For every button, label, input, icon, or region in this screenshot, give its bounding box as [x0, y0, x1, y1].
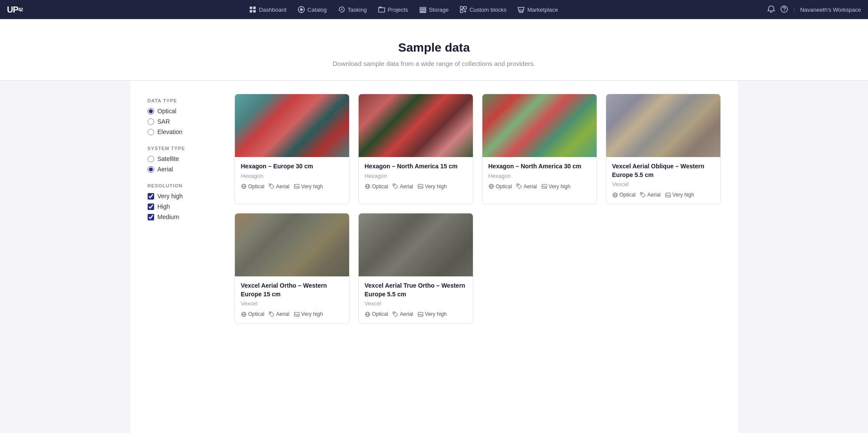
workspace-label: Navaneeth's Workspace: [800, 7, 861, 13]
help-icon[interactable]: [780, 5, 788, 14]
nav-tasking-label: Tasking: [348, 7, 367, 13]
filter-group-data-type: DATA TYPE Optical SAR Elevation: [148, 98, 217, 135]
card-6[interactable]: Vexcel Aerial True Ortho – Western Europ…: [358, 213, 473, 324]
filter-option-sar[interactable]: SAR: [148, 118, 217, 125]
card-4[interactable]: Vexcel Aerial Oblique – Western Europe 5…: [606, 94, 721, 204]
tag-icon: [640, 192, 646, 198]
svg-point-43: [394, 313, 395, 314]
card-tag-system-type: Aerial: [516, 184, 537, 190]
nav-catalog[interactable]: Catalog: [294, 3, 331, 16]
card-provider-4: Vexcel: [612, 181, 714, 187]
page-header: Sample data Download sample data from a …: [0, 19, 868, 80]
card-tag-data-type: Optical: [241, 184, 264, 190]
logo[interactable]: UP42: [7, 5, 23, 15]
card-title-6: Vexcel Aerial True Ortho – Western Europ…: [365, 282, 467, 299]
nav-divider: |: [793, 7, 795, 13]
card-tag-data-type: Optical: [365, 311, 388, 317]
svg-rect-6: [420, 7, 426, 9]
card-2[interactable]: Hexagon – North America 15 cm Hexagon Op…: [358, 94, 473, 204]
tag-icon: [516, 184, 522, 189]
filter-option-elevation[interactable]: Elevation: [148, 128, 217, 135]
nav-dashboard-label: Dashboard: [259, 7, 287, 13]
card-tag-data-type: Optical: [365, 184, 388, 190]
nav-custom-blocks[interactable]: Custom blocks: [455, 3, 511, 16]
card-title-5: Vexcel Aerial Ortho – Western Europe 15 …: [241, 282, 343, 299]
catalog-icon: [298, 6, 305, 13]
filter-very-high-text: Very high: [158, 193, 183, 200]
filter-radio-sar[interactable]: [148, 118, 154, 125]
logo-42-text: 42: [18, 7, 23, 12]
card-5[interactable]: Vexcel Aerial Ortho – Western Europe 15 …: [234, 213, 350, 324]
svg-point-23: [394, 185, 395, 186]
filter-option-very-high[interactable]: Very high: [148, 193, 217, 200]
notification-icon[interactable]: [767, 5, 775, 14]
page-title: Sample data: [9, 41, 859, 55]
globe-icon: [612, 192, 618, 198]
card-body-3: Hexagon – North America 30 cm Hexagon Op…: [482, 157, 597, 196]
image-icon: [541, 184, 547, 189]
svg-rect-1: [253, 7, 256, 9]
svg-rect-2: [250, 10, 252, 13]
nav-catalog-label: Catalog: [307, 7, 327, 13]
nav-marketplace[interactable]: Marketplace: [513, 3, 562, 16]
filter-radio-aerial[interactable]: [148, 166, 154, 173]
filter-group-system-type: SYSTEM TYPE Satellite Aerial: [148, 146, 217, 173]
tag-icon: [269, 184, 274, 189]
nav-dashboard[interactable]: Dashboard: [245, 3, 291, 16]
filter-option-satellite[interactable]: Satellite: [148, 155, 217, 162]
navbar: UP42 Dashboard Catalog Tasking Projects …: [0, 0, 868, 19]
filter-elevation-text: Elevation: [158, 128, 183, 135]
filter-option-medium[interactable]: Medium: [148, 213, 217, 220]
card-tags-2: OpticalAerialVery high: [365, 184, 467, 190]
card-tag-system-type: Aerial: [393, 184, 413, 190]
custom-blocks-icon: [460, 6, 467, 13]
card-body-4: Vexcel Aerial Oblique – Western Europe 5…: [606, 157, 720, 204]
filter-radio-optical[interactable]: [148, 108, 154, 115]
filter-sar-text: SAR: [158, 118, 170, 125]
tasking-icon: [338, 6, 345, 13]
card-3[interactable]: Hexagon – North America 30 cm Hexagon Op…: [482, 94, 597, 204]
filter-checkbox-high[interactable]: [148, 203, 154, 210]
nav-projects[interactable]: Projects: [374, 3, 413, 16]
card-body-5: Vexcel Aerial Ortho – Western Europe 15 …: [235, 276, 349, 323]
card-tags-6: OpticalAerialVery high: [365, 311, 467, 317]
svg-point-18: [270, 185, 271, 186]
main-content: DATA TYPE Optical SAR Elevation SYSTEM T…: [130, 81, 738, 433]
svg-point-5: [300, 8, 303, 11]
card-tags-3: OpticalAerialVery high: [488, 184, 591, 190]
svg-rect-7: [420, 10, 426, 11]
filter-option-aerial[interactable]: Aerial: [148, 166, 217, 173]
filter-radio-elevation[interactable]: [148, 129, 154, 135]
card-title-4: Vexcel Aerial Oblique – Western Europe 5…: [612, 162, 714, 179]
card-image-1: [235, 94, 349, 157]
image-icon: [418, 184, 423, 189]
filter-option-optical[interactable]: Optical: [148, 108, 217, 115]
image-icon: [294, 312, 300, 317]
nav-custom-blocks-label: Custom blocks: [469, 7, 506, 13]
card-tags-1: OpticalAerialVery high: [241, 184, 343, 190]
card-tag-data-type: Optical: [488, 184, 512, 190]
filter-option-high[interactable]: High: [148, 203, 217, 210]
card-image-6: [359, 213, 473, 276]
globe-icon: [488, 184, 494, 189]
filter-radio-satellite[interactable]: [148, 156, 154, 162]
filter-checkbox-very-high[interactable]: [148, 193, 154, 200]
card-tag-system-type: Aerial: [269, 184, 290, 190]
svg-point-13: [522, 12, 523, 13]
filter-satellite-text: Satellite: [158, 155, 179, 162]
nav-tasking[interactable]: Tasking: [334, 3, 371, 16]
logo-up-text: UP: [7, 5, 18, 15]
card-title-3: Hexagon – North America 30 cm: [488, 162, 591, 171]
nav-storage[interactable]: Storage: [415, 3, 453, 16]
card-1[interactable]: Hexagon – Europe 30 cm Hexagon OpticalAe…: [234, 94, 350, 204]
card-tag-resolution: Very high: [418, 184, 447, 190]
filter-data-type-label: DATA TYPE: [148, 98, 217, 103]
nav-marketplace-label: Marketplace: [527, 7, 558, 13]
image-icon: [665, 192, 671, 198]
card-tag-system-type: Aerial: [269, 311, 290, 317]
filter-checkbox-medium[interactable]: [148, 214, 154, 220]
filter-medium-text: Medium: [158, 213, 179, 220]
svg-rect-8: [420, 12, 426, 13]
svg-rect-0: [250, 7, 252, 9]
svg-rect-10: [464, 7, 466, 9]
